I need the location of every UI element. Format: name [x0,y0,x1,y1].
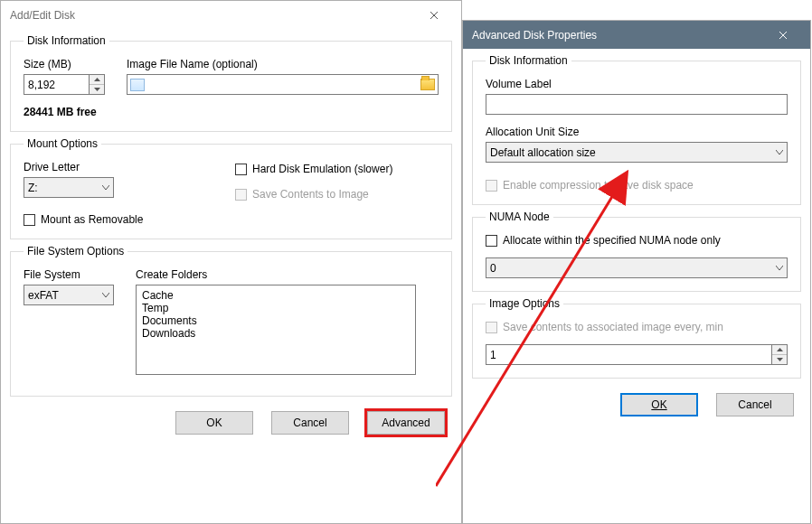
allocation-size-select[interactable]: Default allocation size [486,142,788,163]
allocation-size-label: Allocation Unit Size [486,126,788,138]
group-legend: NUMA Node [486,211,553,223]
save-contents-checkbox: Save Contents to Image [235,188,439,201]
filesystem-value: exFAT [28,289,59,302]
size-spinner[interactable] [24,74,105,95]
image-file-label: Image File Name (optional) [127,58,439,70]
spin-down[interactable] [90,85,104,95]
group-legend: Disk Information [486,54,571,67]
volume-label-label: Volume Label [486,78,788,90]
mount-removable-checkbox[interactable]: Mount as Removable [24,213,439,226]
create-folders-label: Create Folders [136,268,439,281]
create-folders-textarea[interactable] [136,285,416,375]
drive-letter-label: Drive Letter [24,161,213,173]
chevron-down-icon [776,266,783,270]
free-space-text: 28441 MB free [24,106,105,118]
add-edit-disk-dialog: Add/Edit Disk Disk Information Size (MB)… [0,0,462,524]
spin-up[interactable] [90,75,104,85]
close-button[interactable] [413,2,454,28]
advanced-button[interactable]: Advanced [367,411,445,435]
dialog-title: Add/Edit Disk [10,9,75,22]
group-legend: Image Options [486,297,563,310]
close-icon [430,11,439,20]
titlebar: Add/Edit Disk [1,1,461,29]
group-legend: Mount Options [24,137,101,150]
dialog-title: Advanced Disk Properties [472,29,597,42]
numa-allocate-checkbox[interactable]: Allocate within the specified NUMA node … [486,234,788,247]
compression-checkbox: Enable compression to save disk space [486,179,788,192]
save-every-checkbox: Save contents to associated image every,… [486,321,788,333]
ok-button[interactable]: OK [620,393,698,416]
size-label: Size (MB) [24,58,105,70]
spin-up[interactable] [772,345,787,355]
advanced-disk-properties-dialog: Advanced Disk Properties Disk Informatio… [462,20,811,524]
titlebar: Advanced Disk Properties [463,21,810,49]
drive-letter-value: Z: [28,182,38,194]
size-input[interactable] [24,74,89,95]
mount-options-group: Mount Options Drive Letter Z: Hard Disk … [10,137,452,239]
allocation-size-value: Default allocation size [490,146,596,159]
save-every-spinner[interactable] [486,344,788,365]
numa-node-select[interactable]: 0 [486,257,788,278]
hdd-emulation-checkbox[interactable]: Hard Disk Emulation (slower) [235,163,439,175]
volume-label-input[interactable] [486,94,788,115]
image-options-group: Image Options Save contents to associate… [472,297,801,379]
spin-down[interactable] [772,355,787,365]
chevron-down-icon [102,293,109,297]
ok-button[interactable]: OK [175,411,253,435]
chevron-down-icon [776,150,783,154]
filesystem-label: File System [24,268,114,281]
folder-icon[interactable] [420,79,435,90]
close-icon [779,31,788,40]
group-legend: Disk Information [24,34,109,47]
cancel-button[interactable]: Cancel [271,411,349,435]
button-row: OK Cancel Advanced [1,402,461,447]
disk-information-group: Disk Information Volume Label Allocation… [472,54,801,205]
image-file-input[interactable] [127,74,439,95]
group-legend: File System Options [24,245,127,257]
numa-node-value: 0 [490,262,496,275]
close-button[interactable] [762,22,803,48]
filesystem-options-group: File System Options File System exFAT Cr… [10,245,452,397]
disk-information-group: Disk Information Size (MB) 28441 MB free… [10,34,452,132]
cancel-button[interactable]: Cancel [716,393,794,416]
filesystem-select[interactable]: exFAT [24,285,114,305]
drive-letter-select[interactable]: Z: [24,177,114,198]
save-every-input[interactable] [486,344,771,365]
file-icon [130,79,145,91]
numa-node-group: NUMA Node Allocate within the specified … [472,211,801,292]
chevron-down-icon [102,185,109,190]
button-row: OK Cancel [463,384,810,429]
